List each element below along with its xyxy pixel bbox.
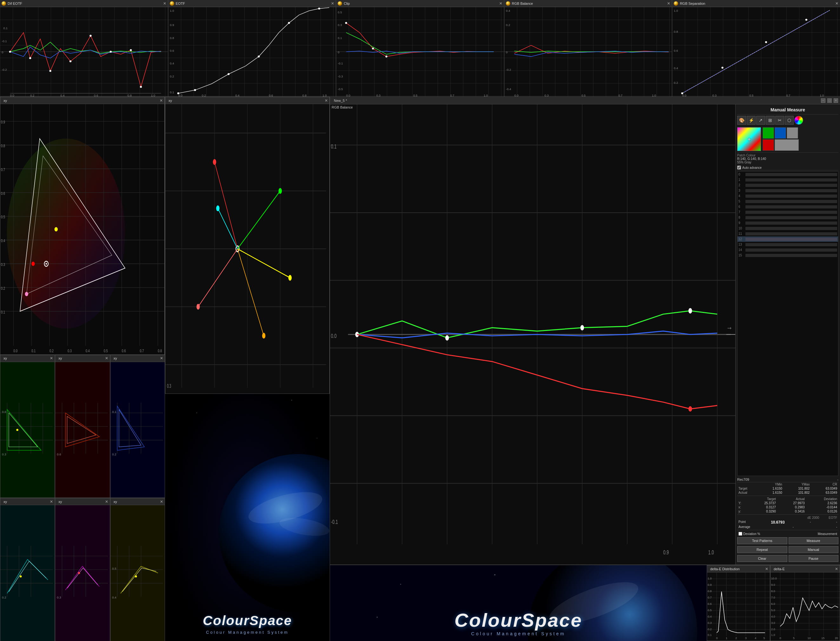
list-item-13[interactable]: 13: [737, 242, 838, 247]
svg-text:0.1: 0.1: [170, 91, 174, 94]
clip-close[interactable]: ✕: [499, 1, 502, 6]
svg-text:0.4: 0.4: [170, 62, 174, 65]
svg-text:0.3: 0.3: [377, 94, 380, 97]
svg-text:2: 2: [735, 636, 737, 640]
new5-close[interactable]: ×: [834, 98, 838, 103]
tool-select[interactable]: ⚡: [747, 116, 756, 125]
clip-title: Clip: [344, 2, 497, 5]
manual-button[interactable]: Manual: [789, 546, 839, 553]
patch-gray: [787, 127, 798, 139]
eotf-icon: [170, 1, 174, 6]
list-item-6[interactable]: 6: [737, 204, 838, 209]
tool-palette[interactable]: 🎨: [737, 116, 746, 125]
xy-green-body: 0.3 0.6: [0, 362, 55, 498]
deviation-checkbox[interactable]: [739, 532, 742, 536]
test-patterns-button[interactable]: Test Patterns: [737, 537, 787, 544]
svg-text:0.1: 0.1: [31, 349, 35, 353]
delta-e-dist-close[interactable]: ✕: [765, 567, 768, 571]
list-item-3[interactable]: 3: [737, 188, 838, 193]
splash-bottom-text: ColourSpace Colour Management System: [330, 609, 707, 636]
xy-magenta-body: 0.3: [55, 505, 109, 641]
rgb-balance-top-close[interactable]: ✕: [667, 1, 670, 6]
svg-text:0.5: 0.5: [1, 215, 5, 219]
col-right: New_5 * − □ × RGB Balance: [330, 97, 840, 641]
list-item-11[interactable]: 11: [737, 231, 838, 237]
dif-eotf-close[interactable]: ✕: [163, 1, 166, 6]
xy-yellow-close[interactable]: ✕: [160, 499, 163, 504]
list-item-12[interactable]: 12: [737, 237, 838, 242]
tool-scissor[interactable]: ✂: [775, 116, 784, 125]
rgb-separation-close[interactable]: ✕: [835, 1, 838, 6]
auto-advance-checkbox[interactable]: [737, 166, 741, 169]
svg-point-3: [49, 70, 51, 72]
color-picker[interactable]: +: [737, 127, 761, 151]
list-item-15[interactable]: 15: [737, 253, 838, 258]
svg-text:-0.1: -0.1: [338, 62, 343, 65]
clip-titlebar: Clip ✕: [336, 0, 504, 7]
svg-point-104: [55, 227, 58, 232]
svg-point-165: [20, 576, 22, 578]
list-item-8[interactable]: 8: [737, 215, 838, 220]
xy-large-svg: 0.0 0.1 0.2 0.3 0.4 0.5 0.6 0.7 0.8 0.9 …: [0, 104, 164, 354]
rgb-balance-top-icon: [506, 1, 510, 6]
xy-red-close[interactable]: ✕: [105, 356, 108, 361]
svg-text:0.1: 0.1: [112, 410, 116, 414]
svg-point-2: [29, 57, 31, 59]
svg-text:0.3: 0.3: [545, 94, 549, 97]
delta-e-close[interactable]: ✕: [835, 567, 838, 571]
dif-eotf-window: Dif EOTF ✕: [0, 0, 168, 97]
new5-minimize[interactable]: −: [821, 98, 826, 103]
xy-large-close[interactable]: ✕: [159, 98, 163, 103]
list-item-4[interactable]: 4: [737, 193, 838, 199]
actual-cr: 63.0349: [811, 491, 838, 495]
svg-text:0.5: 0.5: [581, 94, 586, 97]
new5-maximize[interactable]: □: [827, 98, 832, 103]
svg-point-7: [130, 49, 132, 51]
svg-text:0.3: 0.3: [68, 349, 72, 353]
xy-magenta-close[interactable]: ✕: [105, 499, 108, 504]
actual-ymax: 101.802: [784, 491, 811, 495]
list-item-5[interactable]: 5: [737, 199, 838, 204]
svg-text:0.5: 0.5: [112, 567, 116, 570]
clear-button[interactable]: Clear: [737, 555, 787, 562]
tool-3d[interactable]: ⬡: [785, 116, 794, 125]
xy-blue-window: xy ✕ 0.2: [110, 355, 165, 498]
svg-text:4.0: 4.0: [771, 615, 775, 618]
xy-green-close[interactable]: ✕: [50, 356, 53, 361]
rgb-separation-titlebar: RGB Separation ✕: [672, 0, 840, 7]
tool-grid[interactable]: ⊞: [766, 116, 775, 125]
col-ymin: YMin: [760, 482, 784, 486]
xy-medium-close[interactable]: ✕: [325, 98, 328, 103]
svg-text:0.6: 0.6: [269, 94, 273, 97]
patch-colour-desc: 55% Gray: [737, 161, 838, 164]
pause-button[interactable]: Pause: [789, 555, 839, 562]
buttons-row1: Test Patterns Measure: [737, 536, 838, 545]
svg-text:0.4: 0.4: [235, 94, 239, 97]
y2-label: y:: [737, 509, 748, 514]
list-item-7[interactable]: 7: [737, 209, 838, 215]
xy-blue-close[interactable]: ✕: [160, 356, 163, 361]
point-label: Point: [739, 520, 746, 525]
measure-button[interactable]: Measure: [789, 537, 839, 544]
y2-deviation: 0.0126: [806, 509, 838, 514]
target-cr: 63.0349: [811, 486, 838, 491]
list-item-2[interactable]: 2: [737, 182, 838, 188]
list-item-10[interactable]: 10: [737, 225, 838, 231]
svg-text:-0.5: -0.5: [338, 88, 343, 91]
xy-cyan-close[interactable]: ✕: [50, 499, 53, 504]
list-item-0[interactable]: 0: [737, 172, 838, 177]
svg-point-242: [688, 308, 692, 314]
svg-marker-147: [67, 416, 96, 444]
list-item-14[interactable]: 14: [737, 247, 838, 253]
list-item-9[interactable]: 9: [737, 220, 838, 225]
patch-list[interactable]: 0 1 2 3 4 5 6 7 8 9 10 11 12 13: [737, 171, 838, 476]
eotf-close[interactable]: ✕: [331, 1, 334, 6]
eotf-svg: 1.0 0.9 0.8 0.6 0.4 0.2 0.1 0.0 0.2 0.4 …: [168, 7, 336, 97]
svg-line-198: [237, 249, 290, 278]
dif-eotf-title: Dif EOTF: [8, 2, 161, 5]
tool-cursor[interactable]: ↗: [756, 116, 765, 125]
repeat-button[interactable]: Repeat: [737, 546, 787, 553]
tool-colorwheel[interactable]: [794, 116, 803, 125]
list-item-1[interactable]: 1: [737, 177, 838, 182]
svg-text:0.3: 0.3: [57, 596, 61, 599]
